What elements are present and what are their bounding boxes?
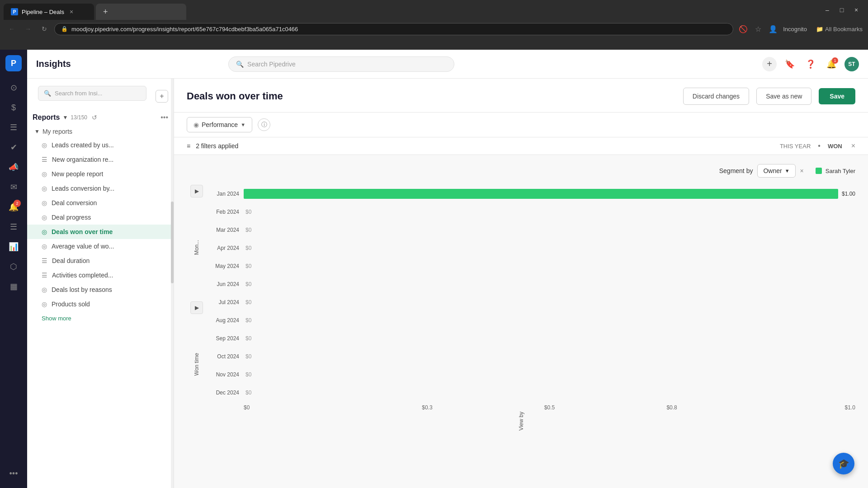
chart-row-4: May 2024$0 bbox=[208, 257, 855, 275]
browser-tab-active[interactable]: P Pipeline – Deals × bbox=[4, 4, 94, 20]
nav-integrations-icon[interactable]: ⬡ bbox=[5, 258, 23, 276]
my-reports-section[interactable]: ▼ My reports bbox=[27, 125, 174, 138]
notification-icon[interactable]: 🔔 1 bbox=[824, 56, 839, 72]
bookmarks-area[interactable]: 📁 All Bookmarks bbox=[816, 26, 863, 33]
segment-close-button[interactable]: × bbox=[800, 167, 804, 174]
x-label-0: $0 bbox=[244, 404, 366, 411]
user-avatar[interactable]: ST bbox=[844, 57, 859, 71]
sidebar-item-products-sold[interactable]: ◎ Products sold bbox=[27, 297, 174, 311]
nav-deals-icon[interactable]: $ bbox=[5, 99, 23, 117]
nav-marketing-icon[interactable]: 📣 bbox=[5, 158, 23, 176]
reports-more-icon[interactable]: ••• bbox=[160, 113, 168, 122]
deal-conversion-icon: ◎ bbox=[42, 199, 47, 206]
reports-refresh-icon[interactable]: ↺ bbox=[92, 114, 97, 121]
sidebar-item-avg-value[interactable]: ◎ Average value of wo... bbox=[27, 239, 174, 253]
performance-button[interactable]: ◉ Performance ▼ bbox=[187, 117, 252, 132]
activities-label: Activities completed... bbox=[52, 272, 113, 279]
report-title: Deals won over time bbox=[187, 90, 676, 102]
close-button[interactable]: × bbox=[850, 4, 863, 16]
bar-value-10: $0 bbox=[245, 371, 251, 378]
activities-icon: ☰ bbox=[42, 272, 47, 279]
help-icon[interactable]: ❓ bbox=[803, 56, 818, 72]
search-bar[interactable]: 🔍 Search Pipedrive bbox=[228, 56, 454, 72]
filter-icon: ≡ bbox=[187, 142, 190, 150]
x-label-10: $1.0 bbox=[733, 404, 855, 411]
sidebar-search-input[interactable]: Search from Insi... bbox=[55, 90, 141, 97]
discard-changes-button[interactable]: Discard changes bbox=[683, 88, 749, 105]
sidebar-item-deals-lost[interactable]: ◎ Deals lost by reasons bbox=[27, 282, 174, 297]
bar-track-8: $0 bbox=[244, 333, 855, 343]
filter-close-button[interactable]: × bbox=[851, 142, 855, 150]
mon-arrow-button[interactable]: ▶ bbox=[190, 185, 203, 197]
minimize-button[interactable]: – bbox=[821, 4, 834, 16]
nav-activities-icon[interactable]: ✔ bbox=[5, 138, 23, 156]
deals-lost-label: Deals lost by reasons bbox=[52, 286, 112, 293]
bar-track-0: $1.00 bbox=[244, 189, 855, 199]
bar-value-11: $0 bbox=[245, 389, 251, 396]
sidebar-add-button[interactable]: + bbox=[156, 90, 168, 103]
bar-track-4: $0 bbox=[244, 261, 855, 271]
filter-separator: • bbox=[818, 142, 821, 150]
floating-help-button[interactable]: 🎓 bbox=[833, 453, 854, 474]
bar-track-6: $0 bbox=[244, 297, 855, 307]
save-as-new-button[interactable]: Save as new bbox=[756, 88, 811, 105]
avg-value-icon: ◎ bbox=[42, 243, 47, 250]
profile-icon[interactable]: 👤 bbox=[767, 23, 779, 35]
report-area: Deals won over time Discard changes Save… bbox=[174, 79, 868, 488]
sidebar-item-deal-conversion[interactable]: ◎ Deal conversion bbox=[27, 196, 174, 210]
refresh-button[interactable]: ↻ bbox=[38, 23, 51, 35]
tab-close-button[interactable]: × bbox=[70, 8, 73, 15]
bar-track-1: $0 bbox=[244, 207, 855, 217]
nav-insights-icon[interactable]: 📊 bbox=[5, 238, 23, 256]
reports-chevron-icon[interactable]: ▼ bbox=[62, 114, 68, 121]
bar-value-0: $1.00 bbox=[842, 191, 855, 197]
browser-tab-new[interactable]: + bbox=[96, 4, 186, 20]
bookmark-icon[interactable]: 🔖 bbox=[782, 56, 797, 72]
nav-notif-icon[interactable]: 🔔 2 bbox=[5, 198, 23, 216]
sidebar-item-deals-won[interactable]: ◎ Deals won over time bbox=[27, 225, 174, 239]
mon-axis-label: Mon... bbox=[193, 240, 200, 255]
back-button[interactable]: ← bbox=[5, 23, 18, 35]
nav-reports-icon[interactable]: ☰ bbox=[5, 218, 23, 236]
show-more-button[interactable]: Show more bbox=[27, 311, 174, 325]
nav-mail-icon[interactable]: ✉ bbox=[5, 178, 23, 196]
save-button[interactable]: Save bbox=[819, 88, 855, 104]
app-logo[interactable]: P bbox=[5, 55, 22, 71]
performance-chevron-icon: ▼ bbox=[241, 122, 245, 127]
segment-owner-button[interactable]: Owner ▼ bbox=[757, 164, 795, 178]
sidebar-search[interactable]: 🔍 Search from Insi... bbox=[38, 86, 146, 101]
won-arrow-button[interactable]: ▶ bbox=[190, 301, 203, 314]
sidebar-item-activities[interactable]: ☰ Activities completed... bbox=[27, 268, 174, 282]
sidebar-item-new-org[interactable]: ☰ New organization re... bbox=[27, 152, 174, 167]
nav-contacts-icon[interactable]: ☰ bbox=[5, 118, 23, 136]
info-button[interactable]: ⓘ bbox=[258, 118, 270, 131]
bar-track-11: $0 bbox=[244, 388, 855, 398]
new-people-label: New people report bbox=[52, 170, 103, 178]
bar-value-5: $0 bbox=[245, 281, 251, 287]
maximize-button[interactable]: □ bbox=[835, 4, 848, 16]
add-button[interactable]: + bbox=[762, 57, 777, 71]
bar-track-10: $0 bbox=[244, 370, 855, 380]
eye-off-icon[interactable]: 🚫 bbox=[737, 23, 750, 35]
filter-applied-label: 2 filters applied bbox=[196, 142, 774, 150]
bar-track-9: $0 bbox=[244, 352, 855, 361]
sidebar-item-new-people[interactable]: ◎ New people report bbox=[27, 167, 174, 181]
nav-more-icon[interactable]: ••• bbox=[5, 465, 23, 483]
deals-lost-icon: ◎ bbox=[42, 286, 47, 293]
nav-home-icon[interactable]: ⊙ bbox=[5, 79, 23, 97]
sidebar-scrollbar[interactable] bbox=[171, 79, 174, 488]
bar-track-2: $0 bbox=[244, 225, 855, 235]
x-label-03: $0.3 bbox=[366, 404, 489, 411]
star-icon[interactable]: ☆ bbox=[753, 23, 763, 35]
search-input[interactable]: Search Pipedrive bbox=[247, 61, 296, 68]
chart-row-6: Jul 2024$0 bbox=[208, 293, 855, 311]
chart-rows: Jan 2024$1.00Feb 2024$0Mar 2024$0Apr 202… bbox=[208, 185, 855, 402]
address-bar[interactable]: 🔒 moodjoy.pipedrive.com/progress/insight… bbox=[54, 23, 733, 35]
sidebar-item-deal-progress[interactable]: ◎ Deal progress bbox=[27, 210, 174, 225]
sidebar-item-leads-conversion[interactable]: ◎ Leads conversion by... bbox=[27, 181, 174, 196]
nav-analytics-icon[interactable]: ▦ bbox=[5, 277, 23, 296]
forward-button[interactable]: → bbox=[22, 23, 34, 35]
sidebar-item-deal-duration[interactable]: ☰ Deal duration bbox=[27, 253, 174, 268]
legend-color-sarah bbox=[816, 168, 822, 174]
sidebar-item-leads-created[interactable]: ◎ Leads created by us... bbox=[27, 138, 174, 152]
